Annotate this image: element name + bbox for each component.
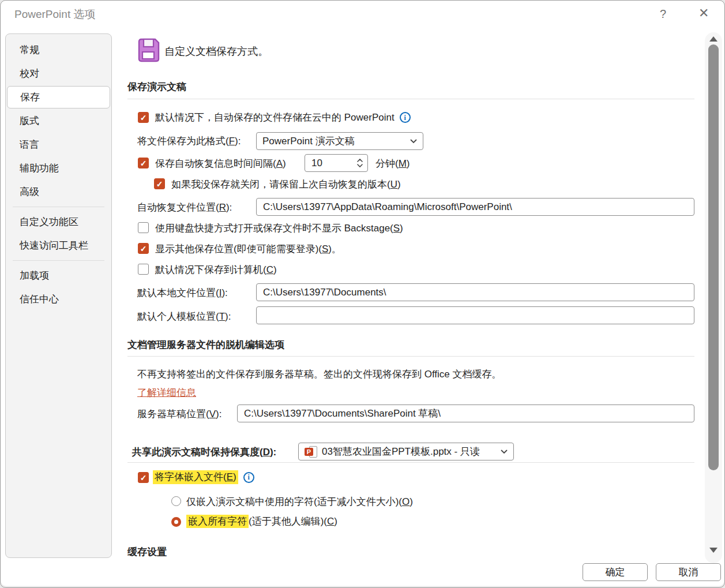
section-divider [127, 462, 694, 463]
embed-fonts-label: 将字体嵌入文件(E) [153, 470, 238, 484]
embed-fonts-checkbox[interactable] [138, 472, 149, 483]
help-icon[interactable]: ? [660, 7, 666, 21]
svg-text:P: P [307, 448, 311, 455]
autosave-cloud-label: 默认情况下，自动保存的文件存储在云中的 PowerPoint [155, 112, 395, 123]
save-to-computer-label: 默认情况下保存到计算机(C) [155, 264, 277, 276]
sidebar-item-language[interactable]: 语言 [6, 133, 111, 156]
show-more-places-label: 显示其他保存位置(即使可能需要登录)(S)。 [155, 244, 341, 255]
sidebar-item-layout[interactable]: 版式 [6, 109, 111, 133]
server-drafts-input[interactable]: C:\Users\13977\Documents\SharePoint 草稿\ [237, 405, 694, 422]
ok-button[interactable]: 确定 [583, 563, 648, 581]
autorecover-location-label: 自动恢复文件位置(R): [137, 202, 232, 214]
sidebar-divider [13, 260, 104, 261]
section-divider [127, 99, 694, 99]
minutes-label: 分钟(M) [375, 158, 410, 170]
sidebar-divider [13, 207, 104, 207]
keep-last-autosaved-label: 如果我没保存就关闭，请保留上次自动恢复的版本(U) [171, 179, 401, 190]
no-backstage-checkbox[interactable] [138, 222, 149, 233]
stepper-down-icon[interactable] [357, 164, 363, 167]
autorecover-checkbox[interactable] [138, 158, 149, 168]
embed-all-chars-radio[interactable] [171, 517, 181, 527]
powerpoint-options-dialog: PowerPoint 选项 ? ✕ 常规 校对 保存 版式 语言 辅助功能 高级… [0, 0, 725, 588]
sidebar-item-trust-center[interactable]: 信任中心 [6, 287, 111, 311]
stepper-up-icon[interactable] [357, 159, 363, 162]
save-floppy-icon [137, 38, 160, 65]
dialog-title: PowerPoint 选项 [14, 7, 95, 22]
template-location-input[interactable] [256, 306, 694, 324]
close-icon[interactable]: ✕ [698, 6, 709, 20]
save-format-value: PowerPoint 演示文稿 [262, 134, 410, 148]
sidebar-item-quick-access-toolbar[interactable]: 快速访问工具栏 [6, 234, 111, 257]
learn-more-link[interactable]: 了解详细信息 [137, 386, 196, 399]
embed-used-only-radio[interactable] [171, 496, 181, 506]
powerpoint-file-icon: P [305, 446, 318, 458]
scroll-up-icon[interactable] [709, 36, 718, 42]
fidelity-document-dropdown[interactable]: P 03智慧农业国金PPT模板.pptx - 只读 [298, 443, 514, 460]
save-format-dropdown[interactable]: PowerPoint 演示文稿 [256, 132, 423, 150]
embed-used-only-label: 仅嵌入演示文稿中使用的字符(适于减小文件大小)(O) [186, 496, 413, 508]
offline-description: 不再支持将签出的文件保存到服务器草稿。签出的文件现将保存到 Office 文档缓… [137, 369, 502, 380]
local-location-input[interactable]: C:\Users\13977\Documents\ [256, 283, 694, 301]
sidebar-item-save[interactable]: 保存 [7, 86, 110, 108]
info-icon[interactable]: i [243, 472, 254, 483]
autorecover-label: 保存自动恢复信息时间间隔(A) [155, 158, 286, 170]
template-location-label: 默认个人模板位置(T): [137, 311, 231, 323]
section-divider [127, 356, 694, 357]
save-to-computer-checkbox[interactable] [138, 264, 149, 275]
local-location-label: 默认本地文件位置(I): [137, 287, 228, 299]
sidebar-item-advanced[interactable]: 高级 [6, 180, 111, 204]
autorecover-location-input[interactable]: C:\Users\13977\AppData\Roaming\Microsoft… [256, 198, 694, 216]
chevron-down-icon [410, 139, 417, 144]
page-description: 自定义文档保存方式。 [164, 46, 268, 57]
sidebar-item-customize-ribbon[interactable]: 自定义功能区 [6, 210, 111, 234]
autorecover-interval-stepper[interactable]: 10 [305, 154, 368, 172]
keep-last-autosaved-checkbox[interactable] [154, 178, 165, 189]
cancel-button[interactable]: 取消 [656, 563, 721, 581]
embed-all-chars-label: 嵌入所有字符(适于其他人编辑)(C) [186, 516, 337, 527]
section-title-cache-settings: 缓存设置 [127, 546, 167, 558]
scrollbar-thumb[interactable] [708, 44, 719, 470]
sidebar: 常规 校对 保存 版式 语言 辅助功能 高级 自定义功能区 快速访问工具栏 加载… [5, 33, 112, 558]
sidebar-item-general[interactable]: 常规 [6, 38, 111, 62]
server-drafts-label: 服务器草稿位置(V): [137, 409, 221, 420]
no-backstage-label: 使用键盘快捷方式打开或保存文件时不显示 Backstage(S) [155, 223, 403, 234]
section-title-save-presentations: 保存演示文稿 [127, 81, 186, 93]
fidelity-label: 共享此演示文稿时保持保真度(D): [132, 447, 276, 458]
autorecover-interval-value: 10 [311, 158, 357, 169]
section-title-offline-editing: 文档管理服务器文件的脱机编辑选项 [127, 339, 284, 351]
save-format-label: 将文件保存为此格式(F): [137, 136, 241, 147]
fidelity-document-value: 03智慧农业国金PPT模板.pptx - 只读 [322, 445, 501, 458]
sidebar-item-addins[interactable]: 加载项 [6, 264, 111, 287]
autosave-cloud-checkbox[interactable] [138, 112, 149, 123]
scroll-down-icon[interactable] [709, 548, 718, 553]
show-more-places-checkbox[interactable] [138, 243, 149, 254]
info-icon[interactable]: i [400, 112, 411, 123]
sidebar-item-proofing[interactable]: 校对 [6, 62, 111, 85]
chevron-down-icon [501, 450, 508, 454]
sidebar-item-accessibility[interactable]: 辅助功能 [6, 156, 111, 180]
